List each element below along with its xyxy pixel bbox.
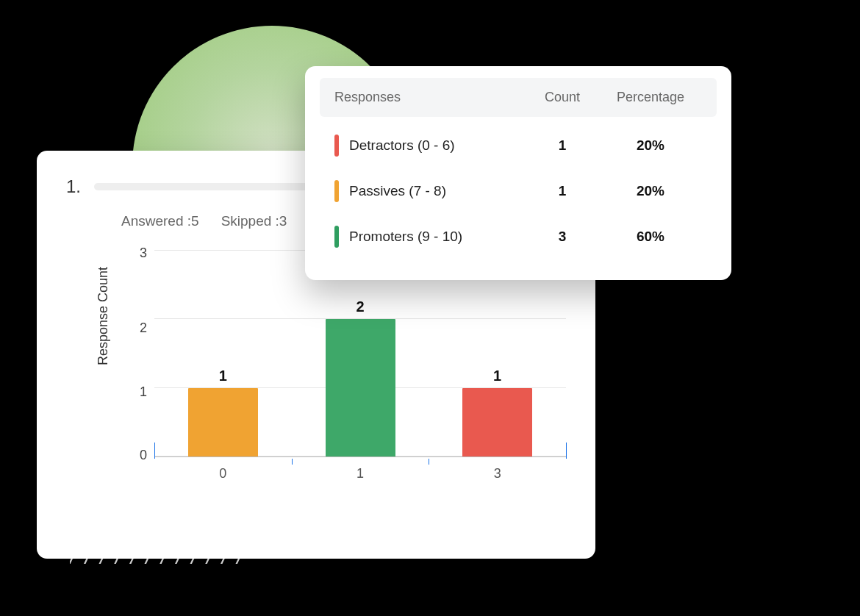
chart-bar-value-label: 2	[326, 298, 395, 315]
chart-bar: 1	[462, 388, 532, 456]
table-header-percentage: Percentage	[599, 90, 702, 105]
table-cell-response: Passives (7 - 8)	[334, 180, 526, 202]
table-cell-response: Promoters (9 - 10)	[334, 226, 526, 248]
response-summary-table: Responses Count Percentage Detractors (0…	[305, 66, 731, 280]
chart-x-endcap	[154, 443, 155, 459]
response-count-chart: Response Count 3210 121 013	[125, 251, 566, 494]
chart-y-tick: 0	[140, 448, 147, 463]
chart-x-tick-label: 0	[188, 466, 258, 481]
table-cell-percentage: 20%	[599, 183, 702, 199]
table-body: Detractors (0 - 6)120%Passives (7 - 8)12…	[320, 123, 717, 259]
table-row: Detractors (0 - 6)120%	[320, 123, 717, 168]
skipped-count: Skipped :3	[221, 213, 287, 229]
chart-bar: 1	[188, 388, 258, 456]
chart-x-tick-label: 1	[326, 466, 395, 481]
color-pill-icon	[334, 226, 339, 248]
chart-y-tick: 2	[140, 320, 147, 336]
chart-x-tick	[429, 459, 429, 465]
answered-count: Answered :5	[121, 213, 199, 229]
chart-y-axis-label: Response Count	[96, 267, 111, 365]
chart-x-endcap	[566, 443, 567, 459]
chart-y-tick: 3	[140, 246, 147, 261]
table-header-row: Responses Count Percentage	[320, 78, 717, 117]
table-header-count: Count	[526, 90, 599, 105]
table-response-label: Passives (7 - 8)	[349, 183, 446, 199]
table-row: Promoters (9 - 10)360%	[320, 214, 717, 259]
table-response-label: Detractors (0 - 6)	[349, 137, 455, 154]
chart-y-tick: 1	[140, 384, 147, 400]
table-row: Passives (7 - 8)120%	[320, 168, 717, 214]
color-pill-icon	[334, 180, 339, 202]
chart-x-tick-label: 3	[462, 466, 532, 481]
table-cell-percentage: 60%	[599, 229, 702, 245]
chart-x-tick	[292, 459, 293, 465]
question-number: 1.	[66, 176, 81, 197]
chart-bar-value-label: 1	[188, 368, 258, 384]
table-cell-count: 1	[526, 137, 599, 154]
table-header-responses: Responses	[334, 90, 526, 105]
table-response-label: Promoters (9 - 10)	[349, 229, 462, 245]
table-cell-percentage: 20%	[599, 137, 702, 154]
chart-y-axis-ticks: 3210	[125, 251, 154, 457]
chart-x-axis: 013	[154, 459, 566, 481]
color-pill-icon	[334, 135, 339, 157]
table-cell-count: 3	[526, 229, 599, 245]
table-cell-response: Detractors (0 - 6)	[334, 135, 526, 157]
chart-bar: 2	[326, 319, 395, 456]
table-cell-count: 1	[526, 183, 599, 199]
chart-plot-area: 121	[154, 251, 566, 457]
chart-bar-value-label: 1	[462, 368, 532, 384]
